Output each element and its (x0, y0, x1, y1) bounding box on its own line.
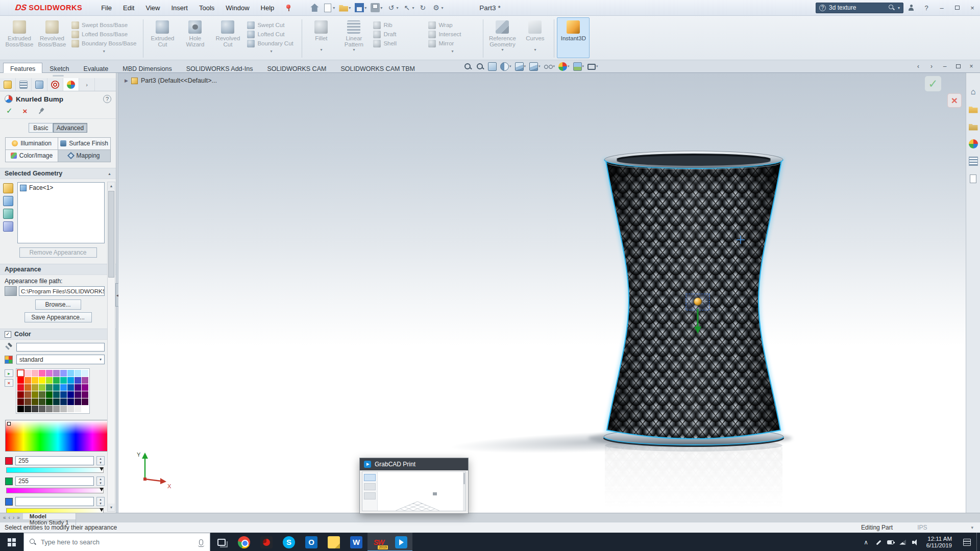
color-swatch[interactable] (32, 377, 38, 384)
apply-scene-button[interactable]: ▾ (572, 61, 586, 72)
scroll-down-button[interactable]: ▼ (108, 504, 115, 511)
minimize-document-button[interactable]: – (938, 61, 951, 72)
ribbon-button-reference-geometry[interactable]: Reference Geometry▾ (486, 17, 519, 58)
spin-down-icon[interactable]: ▼ (97, 461, 104, 465)
outlook-button[interactable]: O (300, 533, 323, 551)
color-swatch[interactable] (60, 370, 67, 377)
taskbar-search[interactable]: Type here to search (23, 533, 210, 551)
ribbon-button-rib[interactable]: Rib (373, 20, 421, 30)
color-swatch[interactable] (60, 377, 67, 384)
ribbon-button-swept-boss-base[interactable]: Swept Boss/Base (71, 20, 136, 30)
new-document-button[interactable]: ▾ (322, 3, 336, 13)
sticky-notes-button[interactable] (323, 533, 345, 551)
ribbon-button-intersect[interactable]: Intersect (428, 30, 476, 39)
color-swatch[interactable] (67, 406, 74, 412)
green-value-input[interactable]: 255 (15, 477, 94, 486)
custom-properties-tab[interactable] (967, 156, 979, 167)
chrome-button[interactable] (233, 533, 255, 551)
next-tab-button[interactable]: › (13, 515, 14, 520)
color-swatch[interactable] (82, 398, 88, 405)
grabcad-button[interactable] (390, 533, 412, 551)
color-swatch[interactable] (82, 384, 88, 391)
color-swatch[interactable] (67, 384, 74, 391)
feature-tree-flyout[interactable]: ▶ Part3 (Default<<Default>... (125, 77, 217, 84)
chevron-up-button[interactable]: ∧ (860, 533, 872, 551)
close-document-button[interactable]: × (965, 61, 978, 72)
task-view-button[interactable] (210, 533, 233, 551)
ribbon-button-boundary-cut[interactable]: Boundary Cut (247, 39, 295, 48)
color-swatch[interactable] (53, 384, 60, 391)
search-input[interactable]: 3d texture (829, 4, 886, 11)
color-swatch[interactable] (39, 398, 45, 405)
pane-overflow-tab[interactable]: › (79, 78, 95, 91)
spin-down-icon[interactable]: ▼ (97, 481, 104, 485)
spin-up-icon[interactable]: ▲ (97, 497, 104, 502)
ribbon-button-instant3d[interactable]: Instant3D (557, 17, 590, 58)
panel-scrollbar[interactable]: ▲ ▼ (107, 182, 115, 512)
ribbon-button-curves[interactable]: Curves▾ (519, 17, 551, 58)
gradient-marker[interactable] (7, 422, 11, 425)
color-swatch[interactable] (46, 391, 53, 398)
help-button[interactable]: ? (103, 95, 111, 103)
menu-help[interactable]: Help (255, 1, 280, 15)
first-tab-button[interactable]: « (3, 515, 6, 520)
add-swatch-button[interactable]: ▸ (5, 369, 13, 377)
scroll-up-button[interactable]: ▲ (108, 182, 115, 190)
ribbon-button-draft[interactable]: Draft (373, 30, 421, 39)
ribbon-button-mirror[interactable]: Mirror (428, 39, 476, 48)
configurations-tab[interactable] (16, 78, 32, 91)
red-value-input[interactable]: 255 (15, 456, 94, 465)
menu-edit[interactable]: Edit (117, 1, 140, 15)
ribbon-button-wrap[interactable]: Wrap (428, 20, 476, 30)
save-appearance-button[interactable]: Save Appearance... (24, 312, 92, 322)
app-red-button[interactable] (255, 533, 278, 551)
color-swatch[interactable] (82, 377, 88, 384)
menu-tools[interactable]: Tools (193, 1, 220, 15)
delete-swatch-button[interactable]: × (5, 379, 13, 387)
model-scene[interactable] (118, 73, 966, 513)
microphone-icon[interactable] (199, 539, 203, 545)
start-button[interactable] (0, 533, 23, 551)
home-tab[interactable]: ⌂ (967, 86, 979, 97)
color-swatch[interactable] (17, 406, 24, 412)
login-button[interactable] (903, 1, 919, 14)
color-swatch[interactable] (53, 398, 60, 405)
eyedropper-icon[interactable] (5, 343, 13, 352)
scroll-track[interactable] (108, 190, 115, 504)
rebuild-button[interactable]: ↻ (416, 2, 429, 13)
ribbon-button-swept-cut[interactable]: Swept Cut (247, 20, 295, 30)
color-value-field[interactable] (16, 343, 105, 352)
skype-button[interactable]: S (278, 533, 300, 551)
tab-color-image[interactable]: Color/Image (5, 149, 58, 162)
color-swatch[interactable] (46, 406, 53, 412)
ribbon-button-revolved-boss-base[interactable]: Revolved Boss/Base (36, 17, 68, 58)
browse-button[interactable]: Browse... (35, 299, 81, 310)
scroll-thumb[interactable] (108, 191, 114, 278)
ok-button[interactable]: ✓ (6, 106, 13, 115)
document-recovery-tab[interactable] (967, 173, 979, 184)
color-swatch[interactable] (53, 406, 60, 412)
collapse-icon[interactable]: ▲ (108, 172, 111, 176)
ribbon-button-shell[interactable]: Shell (373, 39, 421, 48)
color-swatch[interactable] (82, 406, 88, 412)
propertymanager-tab[interactable] (0, 78, 16, 91)
select-solid-icon[interactable] (3, 221, 13, 232)
zoom-area-button[interactable] (474, 61, 486, 72)
color-swatch[interactable] (67, 377, 74, 384)
color-swatch[interactable] (46, 398, 53, 405)
menu-view[interactable]: View (140, 1, 165, 15)
open-button[interactable]: ▾ (337, 2, 352, 13)
confirm-cancel-button[interactable]: × (947, 93, 962, 108)
undo-button[interactable]: ↺▾ (385, 2, 400, 13)
status-units[interactable]: IPS (917, 524, 927, 531)
basic-button[interactable]: Basic (29, 123, 53, 133)
graphics-area[interactable]: ▶ Part3 (Default<<Default>... ✓ × Y X (118, 73, 966, 513)
previous-view-button[interactable] (486, 61, 498, 72)
color-swatch[interactable] (32, 370, 38, 377)
tab-model[interactable]: Model (23, 513, 76, 519)
value-spinner[interactable]: ▲▼ (96, 497, 105, 506)
search-help-icon[interactable]: ? (819, 5, 826, 11)
color-swatch[interactable] (17, 391, 24, 398)
hide-show-items-button[interactable]: ▾ (543, 61, 557, 72)
restore-button[interactable] (949, 1, 965, 14)
